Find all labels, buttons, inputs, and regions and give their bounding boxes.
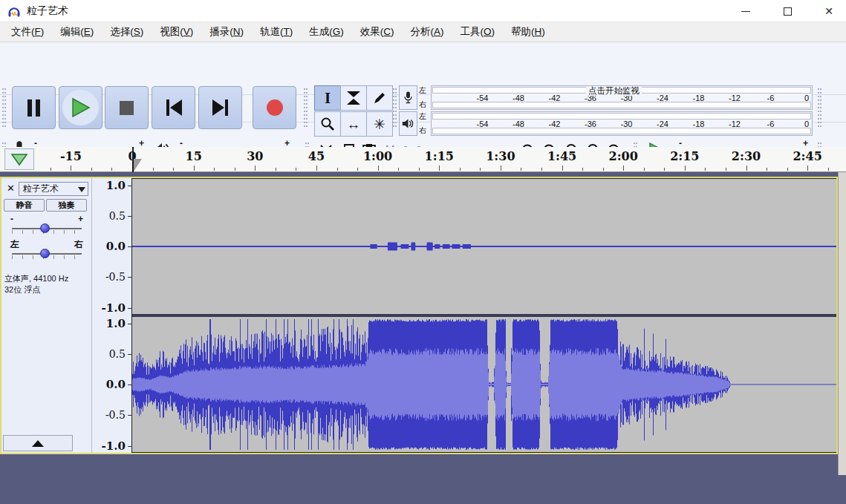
record-meter-bar-right bbox=[432, 102, 811, 108]
waveform-channel-left[interactable] bbox=[132, 179, 836, 314]
play-meter-bar-right bbox=[432, 128, 811, 134]
skip-to-start-icon bbox=[164, 99, 183, 117]
waveform-display[interactable] bbox=[131, 178, 836, 453]
collapse-arrow-icon bbox=[32, 440, 44, 447]
time-shift-tool-button[interactable]: ↔ bbox=[340, 111, 367, 137]
track-gain-slider[interactable]: - + bbox=[9, 215, 85, 236]
play-right-label: 右 bbox=[419, 127, 429, 134]
pan-left-label: 左 bbox=[10, 240, 19, 249]
menu-items: 文件(F)编辑(E)选择(S)视图(V)播录(N)轨道(T)生成(G)效果(C)… bbox=[3, 22, 553, 42]
tools-grip[interactable] bbox=[392, 86, 398, 131]
timeline-label: 1:00 bbox=[363, 149, 392, 163]
timeline-label: 30 bbox=[247, 149, 263, 163]
meter-grip[interactable] bbox=[817, 86, 823, 131]
menu-bar: 文件(F)编辑(E)选择(S)视图(V)播录(N)轨道(T)生成(G)效果(C)… bbox=[0, 22, 846, 42]
play-meter-channel-labels: 左 右 bbox=[419, 111, 429, 136]
timeline-label: 1:15 bbox=[425, 149, 454, 163]
track-canvas-area[interactable]: ✕ 粒子艺术 静音 独奏 - + 左 右 立体声, 44100 Hz 32位 浮… bbox=[0, 172, 846, 504]
vertical-ruler-label: 0.0 bbox=[106, 240, 126, 253]
vertical-scrollbar[interactable] bbox=[838, 172, 846, 475]
toolbar-dock: I ↔ ✳ 左 右 -54-48-42-36-30-24-18-12-60 点击… bbox=[0, 42, 846, 147]
track-close-button[interactable]: ✕ bbox=[5, 183, 16, 194]
vertical-ruler-channel-right: 1.00.50.0-0.5-1.0 bbox=[92, 317, 131, 452]
maximize-button[interactable] bbox=[770, 0, 804, 22]
zoom-tool-button[interactable] bbox=[314, 111, 341, 137]
play-meter-bar-left bbox=[432, 113, 811, 120]
microphone-icon bbox=[403, 91, 413, 105]
playhead-flag-icon bbox=[134, 159, 142, 171]
transport-grip-right[interactable] bbox=[303, 86, 309, 131]
waveform-channel-right[interactable] bbox=[132, 317, 836, 452]
play-icon bbox=[71, 97, 91, 118]
selection-tool-button[interactable]: I bbox=[314, 85, 341, 111]
transport-grip[interactable] bbox=[1, 86, 7, 131]
menu-item-s[interactable]: 选择(S) bbox=[102, 22, 152, 42]
record-meter-monitor-text[interactable]: 点击开始监视 bbox=[586, 86, 642, 96]
vertical-ruler-label: 1.0 bbox=[106, 179, 126, 192]
stop-button[interactable] bbox=[105, 86, 149, 129]
multi-tool-button[interactable]: ✳ bbox=[366, 111, 393, 137]
close-button[interactable]: ✕ bbox=[812, 0, 846, 22]
menu-item-h[interactable]: 帮助(H) bbox=[503, 22, 553, 42]
menu-item-v[interactable]: 视图(V) bbox=[152, 22, 201, 42]
ibeam-icon: I bbox=[325, 91, 331, 106]
skip-to-end-icon bbox=[211, 99, 230, 117]
menu-item-e[interactable]: 编辑(E) bbox=[52, 22, 102, 42]
play-button[interactable] bbox=[59, 86, 103, 129]
skip-to-start-button[interactable] bbox=[152, 86, 195, 129]
solo-button[interactable]: 独奏 bbox=[46, 199, 87, 212]
audio-track[interactable]: ✕ 粒子艺术 静音 独奏 - + 左 右 立体声, 44100 Hz 32位 浮… bbox=[0, 177, 838, 454]
gain-min-label: - bbox=[10, 215, 13, 223]
pinned-play-head-icon bbox=[10, 153, 28, 166]
timeline-options-button[interactable] bbox=[4, 148, 34, 170]
vertical-ruler-label: -0.5 bbox=[105, 271, 126, 283]
title-bar: 粒子艺术 ✕ bbox=[0, 0, 846, 22]
envelope-icon bbox=[345, 90, 362, 106]
menu-item-f[interactable]: 文件(F) bbox=[3, 22, 52, 42]
envelope-tool-button[interactable] bbox=[340, 85, 367, 111]
timeline-label: 15 bbox=[186, 149, 202, 163]
skip-to-end-button[interactable] bbox=[198, 86, 242, 129]
timeline-label: 2:00 bbox=[609, 149, 638, 163]
menu-item-c[interactable]: 效果(C) bbox=[352, 22, 403, 42]
vertical-ruler-label: -1.0 bbox=[102, 439, 126, 453]
menu-item-t[interactable]: 轨道(T) bbox=[252, 22, 301, 42]
draw-tool-button[interactable] bbox=[366, 85, 393, 111]
play-meter-button[interactable] bbox=[399, 111, 417, 136]
audacity-logo-icon bbox=[7, 4, 22, 19]
pause-button[interactable] bbox=[12, 86, 56, 129]
track-name-menu[interactable]: 粒子艺术 bbox=[19, 182, 88, 196]
track-bitdepth-info: 32位 浮点 bbox=[4, 284, 40, 295]
track-pan-slider[interactable]: 左 右 bbox=[9, 240, 85, 261]
vertical-ruler-channel-left: 1.00.50.0-0.5-1.0 bbox=[92, 179, 131, 314]
vertical-ruler-label: 0.0 bbox=[106, 378, 126, 391]
asterisk-icon: ✳ bbox=[374, 117, 385, 131]
vertical-ruler-label: 0.5 bbox=[109, 210, 126, 222]
track-collapse-button[interactable] bbox=[3, 435, 73, 451]
track-name: 粒子艺术 bbox=[23, 183, 59, 194]
gain-max-label: + bbox=[78, 215, 83, 223]
minimize-button[interactable] bbox=[729, 0, 763, 22]
vertical-scale-ruler[interactable]: 1.00.50.0-0.5-1.0 1.00.50.0-0.5-1.0 bbox=[92, 178, 131, 453]
speaker-icon bbox=[402, 118, 414, 129]
record-button[interactable] bbox=[253, 86, 296, 129]
play-left-label: 左 bbox=[419, 113, 429, 120]
timeline-ruler[interactable]: -1501530451:001:151:301:452:002:152:302:… bbox=[0, 147, 846, 172]
mute-button[interactable]: 静音 bbox=[4, 199, 45, 212]
pan-right-label: 右 bbox=[74, 240, 83, 249]
timeline-label: 45 bbox=[308, 149, 325, 163]
recording-meter[interactable]: -54-48-42-36-30-24-18-12-60 点击开始监视 bbox=[431, 85, 813, 110]
menu-item-n[interactable]: 播录(N) bbox=[201, 22, 252, 42]
menu-item-g[interactable]: 生成(G) bbox=[301, 22, 352, 42]
menu-item-o[interactable]: 工具(O) bbox=[452, 22, 504, 42]
timeline-label: 2:30 bbox=[732, 149, 761, 163]
playback-meter[interactable]: -54-48-42-36-30-24-18-12-60 bbox=[431, 111, 813, 136]
menu-item-a[interactable]: 分析(A) bbox=[403, 22, 452, 42]
double-arrow-icon: ↔ bbox=[347, 117, 361, 131]
timeline-label: 2:15 bbox=[670, 149, 699, 163]
track-format-info: 立体声, 44100 Hz bbox=[4, 273, 68, 284]
record-meter-button[interactable] bbox=[399, 85, 417, 110]
window-title: 粒子艺术 bbox=[27, 4, 68, 18]
timeline-label: -15 bbox=[60, 149, 82, 163]
vertical-ruler-label: 1.0 bbox=[106, 317, 126, 330]
